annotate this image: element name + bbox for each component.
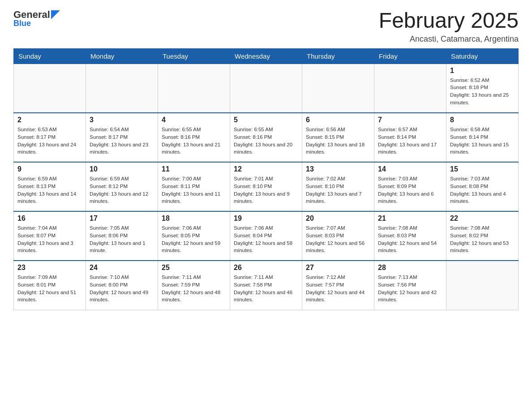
day-number: 26: [234, 264, 298, 272]
calendar-cell: 12Sunrise: 7:01 AM Sunset: 8:10 PM Dayli…: [230, 162, 302, 211]
day-number: 10: [90, 165, 154, 173]
calendar-week-row: 2Sunrise: 6:53 AM Sunset: 8:17 PM Daylig…: [14, 113, 519, 162]
day-info: Sunrise: 7:06 AM Sunset: 8:05 PM Dayligh…: [162, 224, 226, 254]
day-info: Sunrise: 7:12 AM Sunset: 7:57 PM Dayligh…: [306, 274, 370, 304]
logo-blue: Blue: [13, 19, 31, 28]
day-info: Sunrise: 7:03 AM Sunset: 8:09 PM Dayligh…: [378, 175, 442, 205]
day-info: Sunrise: 6:55 AM Sunset: 8:16 PM Dayligh…: [234, 126, 298, 156]
calendar-cell: [302, 64, 374, 113]
calendar-week-row: 16Sunrise: 7:04 AM Sunset: 8:07 PM Dayli…: [14, 211, 519, 261]
weekday-header-thursday: Thursday: [302, 48, 374, 64]
day-info: Sunrise: 6:59 AM Sunset: 8:13 PM Dayligh…: [17, 175, 82, 205]
page-header: General Blue February 2025 Ancasti, Cata…: [13, 9, 519, 44]
day-info: Sunrise: 7:08 AM Sunset: 8:02 PM Dayligh…: [450, 224, 515, 254]
day-info: Sunrise: 7:09 AM Sunset: 8:01 PM Dayligh…: [17, 274, 82, 304]
day-number: 20: [306, 214, 370, 223]
calendar-cell: 17Sunrise: 7:05 AM Sunset: 8:06 PM Dayli…: [86, 211, 158, 261]
day-info: Sunrise: 7:05 AM Sunset: 8:06 PM Dayligh…: [90, 224, 154, 254]
day-number: 8: [450, 116, 515, 124]
calendar-cell: [230, 64, 302, 113]
calendar-cell: 20Sunrise: 7:07 AM Sunset: 8:03 PM Dayli…: [302, 211, 374, 261]
day-number: 18: [162, 214, 226, 223]
day-info: Sunrise: 7:13 AM Sunset: 7:56 PM Dayligh…: [378, 274, 442, 304]
day-number: 17: [90, 214, 154, 223]
day-number: 22: [450, 214, 515, 223]
calendar-cell: 11Sunrise: 7:00 AM Sunset: 8:11 PM Dayli…: [158, 162, 230, 211]
calendar-week-row: 1Sunrise: 6:52 AM Sunset: 8:18 PM Daylig…: [14, 64, 519, 113]
day-number: 15: [450, 165, 515, 173]
day-number: 24: [90, 264, 154, 272]
day-number: 27: [306, 264, 370, 272]
day-info: Sunrise: 6:56 AM Sunset: 8:15 PM Dayligh…: [306, 126, 370, 156]
day-number: 28: [378, 264, 442, 272]
calendar-cell: 5Sunrise: 6:55 AM Sunset: 8:16 PM Daylig…: [230, 113, 302, 162]
calendar-cell: [374, 64, 446, 113]
calendar-week-row: 23Sunrise: 7:09 AM Sunset: 8:01 PM Dayli…: [14, 261, 519, 310]
day-number: 4: [162, 116, 226, 124]
day-info: Sunrise: 6:54 AM Sunset: 8:17 PM Dayligh…: [90, 126, 154, 156]
day-info: Sunrise: 7:08 AM Sunset: 8:03 PM Dayligh…: [378, 224, 442, 254]
calendar-cell: 1Sunrise: 6:52 AM Sunset: 8:18 PM Daylig…: [446, 64, 519, 113]
day-info: Sunrise: 6:58 AM Sunset: 8:14 PM Dayligh…: [450, 126, 515, 156]
day-info: Sunrise: 6:59 AM Sunset: 8:12 PM Dayligh…: [90, 175, 154, 205]
calendar-cell: 9Sunrise: 6:59 AM Sunset: 8:13 PM Daylig…: [14, 162, 86, 211]
day-number: 1: [450, 67, 515, 75]
logo-arrow-icon: [51, 10, 60, 19]
location: Ancasti, Catamarca, Argentina: [379, 34, 519, 44]
calendar-cell: 6Sunrise: 6:56 AM Sunset: 8:15 PM Daylig…: [302, 113, 374, 162]
day-number: 23: [17, 264, 82, 272]
calendar-cell: 3Sunrise: 6:54 AM Sunset: 8:17 PM Daylig…: [86, 113, 158, 162]
calendar-cell: [158, 64, 230, 113]
calendar-cell: 2Sunrise: 6:53 AM Sunset: 8:17 PM Daylig…: [14, 113, 86, 162]
weekday-header-monday: Monday: [86, 48, 158, 64]
day-info: Sunrise: 7:11 AM Sunset: 7:59 PM Dayligh…: [162, 274, 226, 304]
calendar-cell: [86, 64, 158, 113]
calendar-cell: 22Sunrise: 7:08 AM Sunset: 8:02 PM Dayli…: [446, 211, 519, 261]
day-number: 19: [234, 214, 298, 223]
calendar-cell: 8Sunrise: 6:58 AM Sunset: 8:14 PM Daylig…: [446, 113, 519, 162]
calendar-cell: 4Sunrise: 6:55 AM Sunset: 8:16 PM Daylig…: [158, 113, 230, 162]
day-info: Sunrise: 7:10 AM Sunset: 8:00 PM Dayligh…: [90, 274, 154, 304]
day-info: Sunrise: 7:00 AM Sunset: 8:11 PM Dayligh…: [162, 175, 226, 205]
weekday-header-row: SundayMondayTuesdayWednesdayThursdayFrid…: [14, 48, 519, 64]
day-info: Sunrise: 6:57 AM Sunset: 8:14 PM Dayligh…: [378, 126, 442, 156]
day-info: Sunrise: 7:11 AM Sunset: 7:58 PM Dayligh…: [234, 274, 298, 304]
weekday-header-friday: Friday: [374, 48, 446, 64]
day-info: Sunrise: 7:03 AM Sunset: 8:08 PM Dayligh…: [450, 175, 515, 205]
day-number: 3: [90, 116, 154, 124]
day-number: 14: [378, 165, 442, 173]
day-info: Sunrise: 7:04 AM Sunset: 8:07 PM Dayligh…: [17, 224, 82, 254]
calendar-cell: [14, 64, 86, 113]
day-number: 12: [234, 165, 298, 173]
calendar-cell: [446, 261, 519, 310]
title-block: February 2025 Ancasti, Catamarca, Argent…: [379, 9, 519, 44]
calendar-cell: 18Sunrise: 7:06 AM Sunset: 8:05 PM Dayli…: [158, 211, 230, 261]
logo: General Blue: [13, 9, 60, 28]
day-info: Sunrise: 7:02 AM Sunset: 8:10 PM Dayligh…: [306, 175, 370, 205]
day-info: Sunrise: 6:52 AM Sunset: 8:18 PM Dayligh…: [450, 77, 515, 107]
calendar-cell: 25Sunrise: 7:11 AM Sunset: 7:59 PM Dayli…: [158, 261, 230, 310]
calendar-table: SundayMondayTuesdayWednesdayThursdayFrid…: [13, 48, 519, 310]
day-info: Sunrise: 6:55 AM Sunset: 8:16 PM Dayligh…: [162, 126, 226, 156]
day-number: 16: [17, 214, 82, 223]
day-number: 7: [378, 116, 442, 124]
day-info: Sunrise: 7:07 AM Sunset: 8:03 PM Dayligh…: [306, 224, 370, 254]
calendar-cell: 27Sunrise: 7:12 AM Sunset: 7:57 PM Dayli…: [302, 261, 374, 310]
day-number: 25: [162, 264, 226, 272]
weekday-header-sunday: Sunday: [14, 48, 86, 64]
day-number: 9: [17, 165, 82, 173]
day-number: 21: [378, 214, 442, 223]
calendar-week-row: 9Sunrise: 6:59 AM Sunset: 8:13 PM Daylig…: [14, 162, 519, 211]
day-info: Sunrise: 6:53 AM Sunset: 8:17 PM Dayligh…: [17, 126, 82, 156]
day-number: 13: [306, 165, 370, 173]
weekday-header-saturday: Saturday: [446, 48, 519, 64]
weekday-header-tuesday: Tuesday: [158, 48, 230, 64]
day-number: 11: [162, 165, 226, 173]
calendar-cell: 28Sunrise: 7:13 AM Sunset: 7:56 PM Dayli…: [374, 261, 446, 310]
day-number: 5: [234, 116, 298, 124]
calendar-cell: 19Sunrise: 7:06 AM Sunset: 8:04 PM Dayli…: [230, 211, 302, 261]
day-number: 6: [306, 116, 370, 124]
calendar-cell: 21Sunrise: 7:08 AM Sunset: 8:03 PM Dayli…: [374, 211, 446, 261]
calendar-cell: 23Sunrise: 7:09 AM Sunset: 8:01 PM Dayli…: [14, 261, 86, 310]
calendar-cell: 7Sunrise: 6:57 AM Sunset: 8:14 PM Daylig…: [374, 113, 446, 162]
